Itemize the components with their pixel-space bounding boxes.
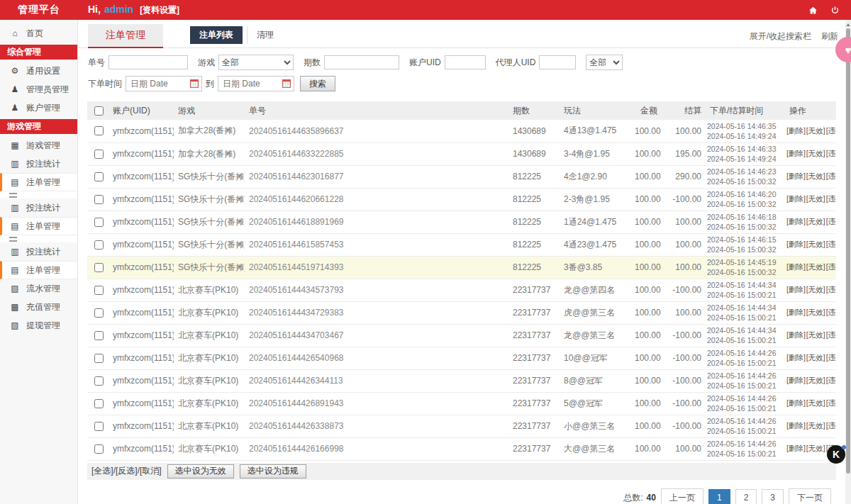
violation-link[interactable]: [违规]	[826, 240, 836, 248]
violation-link[interactable]: [违规]	[826, 194, 836, 203]
row-checkbox[interactable]	[94, 126, 104, 135]
invalid-link[interactable]: [无效]	[806, 353, 825, 362]
invalid-link[interactable]: [无效]	[806, 444, 825, 452]
tab-cleanup[interactable]: 清理	[247, 26, 283, 44]
profile-settings-link[interactable]: [资料设置]	[140, 4, 179, 16]
invalid-link[interactable]: [无效]	[806, 262, 825, 271]
tab-order-management[interactable]: 注单管理	[88, 24, 163, 48]
power-icon[interactable]	[830, 6, 840, 15]
sidebar-item-order-management-1[interactable]: ▤ 注单管理	[0, 173, 77, 191]
set-invalid-button[interactable]: 选中设为无效	[167, 464, 234, 478]
row-checkbox[interactable]	[94, 422, 104, 431]
next-page-button[interactable]: 下一页	[789, 488, 831, 504]
select-all-checkbox[interactable]	[94, 106, 104, 116]
invalid-link[interactable]: [无效]	[806, 240, 825, 248]
invalid-link[interactable]: [无效]	[806, 149, 825, 157]
delete-link[interactable]: [删除]	[786, 308, 806, 316]
delete-link[interactable]: [删除]	[786, 421, 806, 430]
row-checkbox[interactable]	[94, 240, 104, 250]
date-from-input[interactable]	[129, 78, 190, 89]
delete-link[interactable]: [删除]	[786, 398, 806, 407]
toggle-search-link[interactable]: 展开/收起搜索栏	[750, 30, 811, 43]
prev-page-button[interactable]: 上一页	[661, 488, 703, 504]
page-button-2[interactable]: 2	[735, 489, 757, 504]
sidebar-item-order-management-3[interactable]: ▤ 注单管理	[0, 261, 77, 279]
agent-uid-input[interactable]	[539, 55, 576, 69]
sidebar-item-admin-management[interactable]: ♟ 管理员管理	[0, 80, 77, 99]
delete-link[interactable]: [删除]	[786, 353, 806, 362]
invalid-link[interactable]: [无效]	[806, 421, 825, 430]
invalid-link[interactable]: [无效]	[806, 194, 825, 203]
scrollbar[interactable]	[845, 20, 851, 504]
sidebar-item-withdraw-management[interactable]: ▧ 提现管理	[0, 316, 77, 335]
search-button[interactable]: 搜索	[300, 76, 335, 91]
row-checkbox[interactable]	[94, 399, 104, 408]
sidebar-item-bet-stats-1[interactable]: ▥ 投注统计	[0, 155, 77, 173]
row-checkbox[interactable]	[94, 354, 104, 363]
sidebar-item-order-management-2[interactable]: ▤ 注单管理	[0, 217, 77, 235]
invalid-link[interactable]: [无效]	[806, 398, 825, 407]
violation-link[interactable]: [违规]	[826, 330, 836, 339]
delete-link[interactable]: [删除]	[786, 217, 806, 225]
floating-k-badge[interactable]: K	[827, 445, 845, 464]
sidebar-item-bet-stats-2[interactable]: ▥ 投注统计	[0, 198, 77, 217]
violation-link[interactable]: [违规]	[826, 217, 836, 225]
violation-link[interactable]: [违规]	[826, 149, 836, 157]
row-checkbox[interactable]	[94, 150, 104, 159]
sidebar-item-game-management[interactable]: ▦ 游戏管理	[0, 136, 77, 155]
row-checkbox[interactable]	[94, 218, 104, 227]
set-violation-button[interactable]: 选中设为违规	[240, 464, 306, 478]
delete-link[interactable]: [删除]	[786, 149, 806, 157]
row-checkbox[interactable]	[94, 263, 104, 272]
invalid-link[interactable]: [无效]	[806, 172, 825, 180]
sidebar-item-bet-stats-3[interactable]: ▥ 投注统计	[0, 242, 77, 261]
row-checkbox[interactable]	[94, 444, 104, 454]
status-select[interactable]: 全部	[586, 55, 623, 70]
date-to-input[interactable]	[221, 78, 282, 89]
delete-link[interactable]: [删除]	[786, 285, 806, 293]
scroll-up-arrow[interactable]	[846, 23, 850, 26]
invalid-link[interactable]: [无效]	[806, 285, 825, 293]
row-checkbox[interactable]	[94, 172, 104, 181]
delete-link[interactable]: [删除]	[786, 330, 806, 339]
invalid-link[interactable]: [无效]	[806, 330, 825, 339]
violation-link[interactable]: [违规]	[826, 126, 836, 135]
select-all-links[interactable]: [全选]/[反选]/[取消]	[91, 465, 162, 477]
violation-link[interactable]: [违规]	[826, 398, 836, 407]
sidebar-item-flow-management[interactable]: ▨ 流水管理	[0, 279, 77, 298]
account-uid-input[interactable]	[445, 55, 486, 69]
delete-link[interactable]: [删除]	[786, 262, 806, 271]
violation-link[interactable]: [违规]	[826, 262, 836, 271]
row-checkbox[interactable]	[94, 308, 104, 318]
violation-link[interactable]: [违规]	[826, 421, 836, 430]
row-checkbox[interactable]	[94, 286, 104, 295]
invalid-link[interactable]: [无效]	[806, 376, 825, 384]
sidebar-item-recharge-management[interactable]: ▩ 充值管理	[0, 298, 77, 316]
sidebar-item-account-management[interactable]: ♟ 账户管理	[0, 99, 77, 117]
page-button-1[interactable]: 1	[708, 489, 730, 504]
violation-link[interactable]: [违规]	[826, 353, 836, 362]
period-input[interactable]	[324, 55, 399, 69]
calendar-icon[interactable]	[190, 79, 199, 88]
violation-link[interactable]: [违规]	[826, 376, 836, 384]
invalid-link[interactable]: [无效]	[806, 126, 825, 135]
violation-link[interactable]: [违规]	[826, 172, 836, 180]
violation-link[interactable]: [违规]	[826, 285, 836, 293]
invalid-link[interactable]: [无效]	[806, 217, 825, 225]
row-checkbox[interactable]	[94, 376, 104, 386]
sidebar-item-general-settings[interactable]: ⚙ 通用设置	[0, 62, 77, 80]
invalid-link[interactable]: [无效]	[806, 308, 825, 316]
delete-link[interactable]: [删除]	[786, 376, 806, 384]
delete-link[interactable]: [删除]	[786, 194, 806, 203]
delete-link[interactable]: [删除]	[786, 126, 806, 135]
home-icon[interactable]	[808, 6, 818, 15]
sidebar-item-home[interactable]: ⌂ 首页	[0, 24, 77, 43]
row-checkbox[interactable]	[94, 195, 104, 204]
page-button-3[interactable]: 3	[762, 489, 784, 504]
calendar-icon[interactable]	[282, 79, 291, 88]
row-checkbox[interactable]	[94, 331, 104, 340]
delete-link[interactable]: [删除]	[786, 172, 806, 180]
delete-link[interactable]: [删除]	[786, 444, 806, 452]
game-select[interactable]: 全部	[218, 55, 294, 70]
delete-link[interactable]: [删除]	[786, 240, 806, 248]
